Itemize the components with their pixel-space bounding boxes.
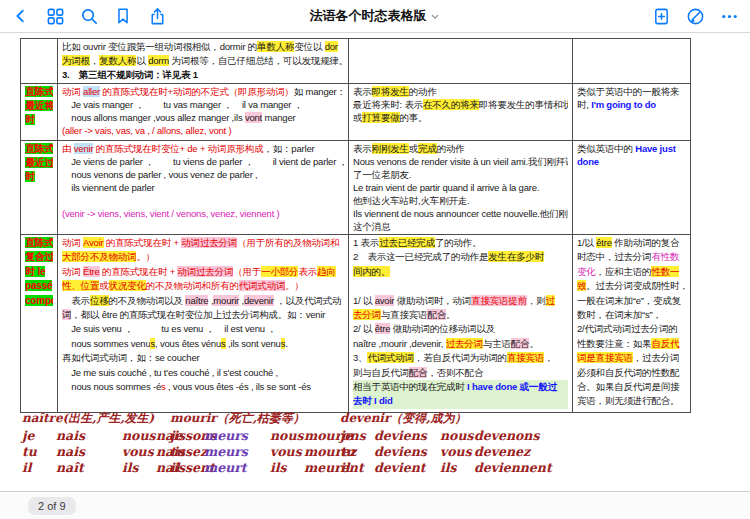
add-page-icon[interactable] [646,1,676,31]
document-page: 比如 ouvrir 变位跟第一组动词很相似，dormir 的单数人称变位以 do… [0,33,750,491]
cell-formation: 比如 ouvrir 变位跟第一组动词很相似，dormir 的单数人称变位以 do… [58,39,349,84]
cell-usage [349,39,573,84]
cell-formation: 由 venir 的直陈式现在时变位+ de + 动词原形构成，如：parler … [58,141,349,235]
handwritten-notes: naître(出生,产生,发生) jenaisnousnaissons tuna… [0,410,750,488]
back-chevron-icon[interactable] [6,1,36,31]
cell-formation: 动词 Avoir 的直陈式现在时 + 动词过去分词（用于所有的及物动词和大部分不… [58,235,349,413]
toolbar-right-group [646,0,744,32]
pages-document-app: 法语各个时态表格版 比如 ouvrir 变位跟第一组动词很相似，dormir 的… [0,0,750,519]
hand-group-devenir: devenir（变得,成为） jedeviensnousdevenons tud… [340,410,540,476]
chevron-down-icon [430,11,441,22]
table-row: 比如 ouvrir 变位跟第一组动词很相似，dormir 的单数人称变位以 do… [21,39,691,84]
cell-formation: 动词 aller 的直陈式现在时+动词的不定式（即原形动词）如 manger： … [58,84,349,141]
document-title[interactable]: 法语各个时态表格版 [310,0,441,32]
hand-header: devenir（变得,成为） [340,410,540,428]
cell-usage: 1 表示过去已经完成了的动作。2 表示这一已经完成了的动作是发生在多少时间内的。… [349,235,573,413]
search-icon[interactable] [74,1,104,31]
table-row: 直陈式最近过去时 由 venir 的直陈式现在时变位+ de + 动词原形构成，… [21,141,691,235]
markup-icon[interactable] [680,1,710,31]
cell-tense-label: 直陈式最近过去时 [21,141,58,235]
table-row: 直陈式复合过去时 lepassécomposé 动词 Avoir 的直陈式现在时… [21,235,691,413]
pages-grid-icon[interactable] [40,1,70,31]
cell-tense-label [21,39,58,84]
cell-tense-label: 直陈式复合过去时 lepassécomposé [21,235,58,413]
footer-bar: 2 of 9 [0,491,750,519]
bookmark-icon[interactable] [108,1,138,31]
cell-usage: 表示即将发生的动作最近将来时: 表示在不久的将来即将要发生的事情和状态，或打算要… [349,84,573,141]
cell-usage: 表示刚刚发生或完成的动作Nous venons de render visite… [349,141,573,235]
more-icon[interactable] [714,1,744,31]
hand-conjugation-line: tudeviensvousdevenez [340,444,540,460]
grammar-table: 比如 ouvrir 变位跟第一组动词很相似，dormir 的单数人称变位以 do… [20,38,691,413]
hand-conjugation-line: jedeviensnousdevenons [340,428,540,444]
share-icon[interactable] [142,1,172,31]
cell-english-note: 1/以 être 作助动词的复合时态中，过去分词有性数变化，应和主语的性数一致。… [573,235,691,413]
hand-conjugation-line: ildevientilsdeviennent [340,460,540,476]
cell-english-note: 类似英语中的 Have justdone [573,141,691,235]
toolbar-left-group [0,1,172,31]
cell-tense-label: 直陈式最近将来时 [21,84,58,141]
cell-english-note [573,39,691,84]
page-indicator[interactable]: 2 of 9 [28,497,76,515]
toolbar: 法语各个时态表格版 [0,0,750,33]
table-row: 直陈式最近将来时 动词 aller 的直陈式现在时+动词的不定式（即原形动词）如… [21,84,691,141]
cell-english-note: 类似于英语中的一般将来时, I'm going to do [573,84,691,141]
document-title-text: 法语各个时态表格版 [310,7,427,25]
